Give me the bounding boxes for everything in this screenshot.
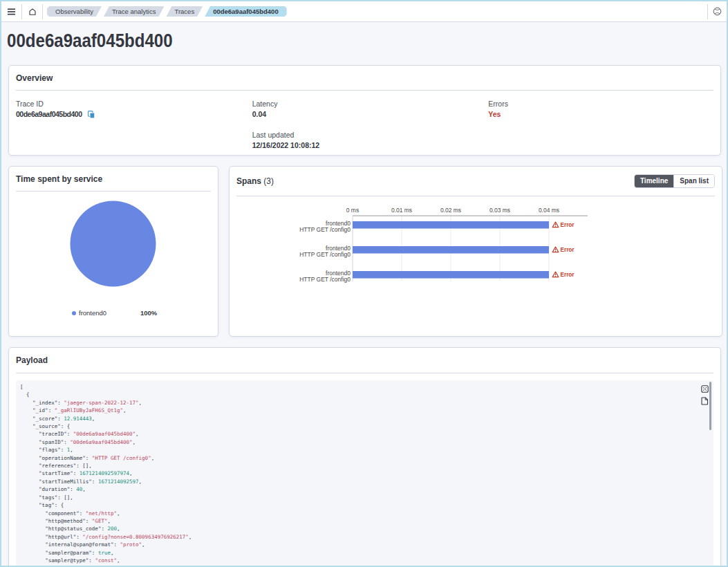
spans-panel: Spans (3) Timeline Span list 0 ms0.01 ms… [229, 166, 722, 337]
globe-icon [713, 7, 722, 16]
gantt-x-tick: 0.01 ms [391, 207, 412, 214]
latency-value: 0.04 [252, 110, 478, 119]
fullscreen-icon [701, 385, 709, 393]
gantt-x-tick: 0 ms [346, 207, 359, 214]
copy-code-button[interactable] [701, 397, 709, 405]
home-button[interactable] [22, 1, 42, 22]
errors-label: Errors [488, 100, 713, 109]
gantt-span-operation: HTTP GET /config0 [299, 226, 351, 233]
legend-percent: 100% [140, 308, 157, 317]
gantt-span-bar[interactable] [353, 221, 549, 229]
spans-count-text: (3) [263, 176, 274, 186]
expand-code-button[interactable] [701, 384, 709, 392]
copy-icon [88, 111, 95, 118]
hamburger-icon [8, 8, 15, 15]
code-controls [701, 384, 709, 405]
breadcrumbs: ObservabilityTrace analyticsTraces00de6a… [47, 6, 287, 17]
latency-field: Latency 0.04 [252, 100, 478, 119]
time-spent-title: Time spent by service [16, 174, 211, 184]
page-title: 00de6a9aaf045bd400 [7, 29, 621, 53]
errors-value: Yes [488, 110, 713, 119]
home-icon [29, 8, 36, 15]
breadcrumb-0[interactable]: Observability [47, 6, 102, 17]
legend-label[interactable]: frontend0 [79, 308, 106, 317]
pie-slice-frontend0[interactable] [71, 201, 156, 287]
menu-button[interactable] [1, 1, 21, 22]
nav-divider [42, 4, 43, 19]
pie-legend: frontend0 100% [16, 308, 211, 318]
payload-code-block[interactable]: [ { "_index": "jaeger-span-2022-12-17", … [16, 380, 713, 567]
globe-button[interactable] [708, 1, 727, 22]
breadcrumb-1[interactable]: Trace analytics [104, 6, 165, 17]
service-pie-chart[interactable] [16, 192, 212, 288]
breadcrumb-2[interactable]: Traces [166, 6, 203, 17]
trace-id-label: Trace ID [16, 100, 241, 109]
payload-title: Payload [16, 355, 713, 365]
overview-fields: Trace ID 00de6a9aaf045bd400 Latency 0. [16, 100, 713, 150]
gantt-span-operation: HTTP GET /config0 [299, 251, 351, 258]
page-content: 00de6a9aaf045bd400 Overview Trace ID 00d… [1, 29, 727, 567]
gantt-x-tick: 0.03 ms [489, 207, 510, 214]
code-scrollbar-thumb[interactable] [709, 382, 711, 430]
gantt-span-operation: HTTP GET /config0 [299, 276, 351, 283]
gantt-span-bar[interactable] [353, 271, 549, 279]
app-frame: ObservabilityTrace analyticsTraces00de6a… [0, 0, 728, 567]
nav-right-section [707, 1, 727, 22]
gantt-error-label: Error [561, 222, 575, 228]
overview-title: Overview [16, 73, 713, 83]
divider [16, 90, 713, 91]
last-updated-value: 12/16/2022 10:08:12 [252, 141, 478, 150]
top-navigation: ObservabilityTrace analyticsTraces00de6a… [1, 1, 727, 22]
gantt-span-bar[interactable] [353, 246, 549, 254]
toggle-timeline[interactable]: Timeline [635, 175, 673, 187]
payload-json: [ { "_index": "jaeger-span-2022-12-17", … [20, 383, 704, 564]
gantt-error-label: Error [561, 247, 575, 253]
payload-panel: Payload [ { "_index": "jaeger-span-2022-… [8, 347, 721, 567]
copy-document-icon [701, 397, 709, 405]
last-updated-label: Last updated [252, 131, 478, 140]
errors-field: Errors Yes [488, 100, 713, 119]
charts-row: Time spent by service frontend0 100% Spa… [8, 166, 721, 337]
toggle-span-list[interactable]: Span list [673, 175, 714, 187]
last-updated-field: Last updated 12/16/2022 10:08:12 [252, 131, 478, 150]
latency-label: Latency [252, 100, 478, 109]
gantt-x-tick: 0.02 ms [440, 207, 461, 214]
breadcrumb-current: 00de6a9aaf045bd400 [205, 6, 287, 17]
spans-title: Spans (3) [236, 176, 274, 186]
spans-view-toggle: Timeline Span list [634, 174, 715, 188]
legend-dot [72, 311, 76, 315]
trace-id-field: Trace ID 00de6a9aaf045bd400 [16, 100, 241, 119]
overview-panel: Overview Trace ID 00de6a9aaf045bd400 [8, 65, 721, 156]
gantt-x-tick: 0.04 ms [539, 207, 559, 214]
time-spent-panel: Time spent by service frontend0 100% [8, 166, 218, 337]
spans-title-text: Spans [236, 176, 261, 186]
spans-header: Spans (3) Timeline Span list [236, 174, 715, 188]
trace-id-text: 00de6a9aaf045bd400 [16, 110, 82, 119]
gantt-error-label: Error [561, 272, 575, 278]
trace-id-value: 00de6a9aaf045bd400 [16, 110, 241, 119]
divider [16, 373, 713, 373]
copy-trace-id-button[interactable] [88, 111, 95, 118]
spans-count: (3) [263, 176, 274, 186]
spans-gantt-chart[interactable]: 0 ms0.01 ms0.02 ms0.03 ms0.04 msfrontend… [236, 196, 715, 325]
